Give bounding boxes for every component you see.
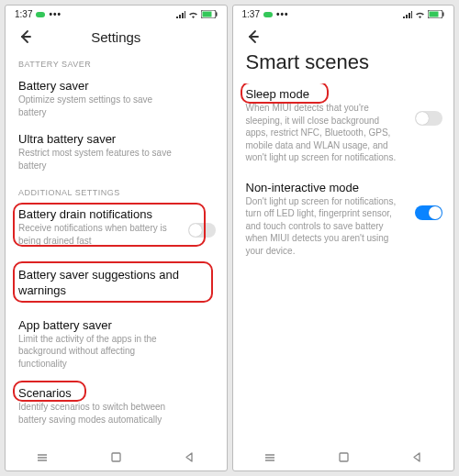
- phone-smart-scenes: 1:37 ••• Smart scenes Sleep mode When MI…: [232, 5, 455, 471]
- item-title: Battery drain notifications: [18, 207, 214, 221]
- nav-bar: [233, 447, 454, 470]
- status-time: 1:37: [15, 9, 32, 19]
- back-icon[interactable]: [244, 28, 261, 45]
- status-bar: 1:37 •••: [6, 6, 227, 21]
- header: [233, 21, 454, 47]
- item-app-battery-saver[interactable]: App battery saver Limit the activity of …: [6, 312, 227, 378]
- header: Settings: [6, 21, 227, 50]
- item-title: Battery saver: [18, 79, 214, 93]
- nav-back-icon[interactable]: [184, 451, 196, 466]
- svg-rect-1: [202, 12, 211, 17]
- item-subtitle: Optimize system settings to save battery: [18, 94, 214, 118]
- item-ultra-battery-saver[interactable]: Ultra battery saver Restrict most system…: [6, 126, 227, 179]
- item-scenarios[interactable]: Scenarios Identify scenarios to switch b…: [6, 377, 227, 433]
- wifi-icon: [188, 11, 198, 18]
- svg-rect-3: [112, 453, 120, 461]
- item-subtitle: Limit the activity of the apps in the ba…: [18, 333, 214, 371]
- svg-rect-6: [442, 13, 444, 17]
- svg-rect-5: [430, 12, 439, 17]
- item-title: Battery saver suggestions and warnings: [18, 268, 214, 299]
- item-subtitle: Don't light up screen for notifications,…: [246, 195, 442, 258]
- page-heading: Smart scenes: [233, 47, 454, 83]
- section-battery-saver: BATTERY SAVER: [6, 50, 227, 72]
- battery-icon: [428, 10, 444, 18]
- svg-rect-7: [340, 453, 348, 461]
- nav-home-icon[interactable]: [110, 451, 122, 466]
- recording-indicator-icon: [36, 12, 45, 17]
- item-subtitle: Restrict most system features to save ba…: [18, 147, 214, 172]
- signal-icon: [403, 11, 412, 18]
- nav-menu-icon[interactable]: [263, 451, 276, 467]
- item-battery-drain-notifications[interactable]: Battery drain notifications Receive noti…: [6, 201, 227, 259]
- recording-indicator-icon: [263, 12, 273, 17]
- nav-bar: [6, 447, 227, 470]
- svg-rect-2: [216, 13, 218, 17]
- toggle-drain-notifications[interactable]: [188, 223, 216, 238]
- page-title: Settings: [33, 29, 199, 45]
- signal-icon: [176, 11, 185, 18]
- item-sleep-mode[interactable]: Sleep mode When MIUI detects that you're…: [233, 83, 454, 172]
- status-dots-icon: •••: [49, 9, 62, 19]
- item-title: App battery saver: [18, 318, 214, 332]
- item-subtitle: Receive notifications when battery is be…: [18, 222, 214, 247]
- phone-settings: 1:37 ••• Settings BATTERY SAVER Battery …: [5, 5, 228, 471]
- item-subtitle: Identify scenarios to switch between bat…: [18, 401, 214, 426]
- item-title: Scenarios: [18, 386, 214, 400]
- nav-home-icon[interactable]: [338, 451, 350, 466]
- battery-icon: [201, 10, 218, 18]
- item-battery-saver-suggestions[interactable]: Battery saver suggestions and warnings: [6, 259, 227, 312]
- status-dots-icon: •••: [276, 9, 289, 19]
- toggle-non-interactive-mode[interactable]: [415, 205, 442, 220]
- status-bar: 1:37 •••: [233, 6, 454, 21]
- nav-menu-icon[interactable]: [36, 451, 49, 467]
- item-title: Sleep mode: [246, 87, 442, 101]
- section-additional: ADDITIONAL SETTINGS: [6, 179, 227, 201]
- back-icon[interactable]: [17, 28, 33, 45]
- item-non-interactive-mode[interactable]: Non-interactive mode Don't light up scre…: [233, 172, 454, 265]
- nav-back-icon[interactable]: [411, 451, 423, 466]
- item-subtitle: When MIUI detects that you're sleeping, …: [246, 102, 442, 164]
- toggle-sleep-mode[interactable]: [415, 111, 442, 126]
- item-title: Non-interactive mode: [246, 181, 442, 194]
- item-title: Ultra battery saver: [18, 132, 214, 146]
- wifi-icon: [415, 11, 425, 18]
- status-time: 1:37: [242, 9, 260, 19]
- item-battery-saver[interactable]: Battery saver Optimize system settings t…: [6, 72, 227, 126]
